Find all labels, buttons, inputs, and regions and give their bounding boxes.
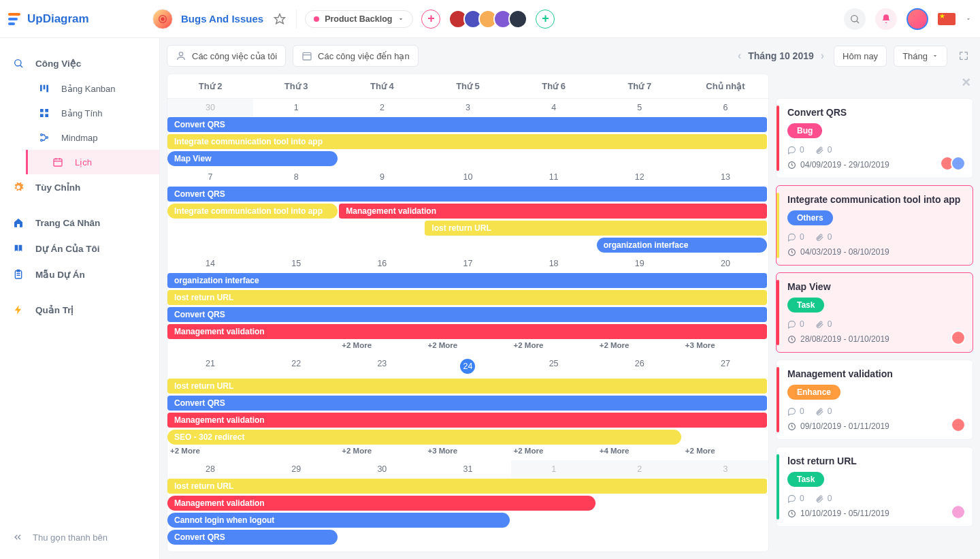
more-events-link[interactable]: +2 More <box>167 447 253 460</box>
calendar-event[interactable]: Map View <box>167 151 338 166</box>
day-cell[interactable]: 1 <box>511 460 597 478</box>
star-button[interactable] <box>272 11 288 27</box>
calendar-event[interactable]: Convert QRS <box>167 396 767 411</box>
day-cell[interactable]: 23 <box>339 355 425 378</box>
filter-due-tasks[interactable]: Các công việc đến hạn <box>293 45 419 67</box>
assignee-avatar[interactable] <box>951 417 966 432</box>
calendar-event[interactable]: Convert QRS <box>167 187 767 202</box>
day-cell[interactable]: 18 <box>511 255 597 272</box>
day-cell[interactable]: 25 <box>511 355 597 378</box>
calendar-event[interactable]: Management validation <box>167 413 767 428</box>
day-cell[interactable]: 14 <box>167 255 253 272</box>
avatar[interactable] <box>508 10 527 29</box>
day-cell[interactable]: 29 <box>253 460 339 478</box>
more-events-link[interactable]: +2 More <box>425 341 510 355</box>
more-events-link[interactable]: +2 More <box>339 447 425 460</box>
day-cell[interactable]: 15 <box>253 255 339 272</box>
day-cell[interactable]: 2 <box>339 99 425 116</box>
day-cell[interactable]: 8 <box>253 168 339 186</box>
calendar-event[interactable]: lost return URL <box>167 379 767 394</box>
task-card[interactable]: lost return URL Task 0 0 10/10/2019 - 05… <box>776 447 973 527</box>
more-events-link[interactable]: +2 More <box>511 447 597 460</box>
calendar-event[interactable]: Integrate communication tool into app <box>167 134 767 149</box>
calendar-event[interactable]: Management validation <box>167 324 767 339</box>
user-avatar[interactable] <box>906 8 928 30</box>
calendar-event[interactable]: lost return URL <box>167 479 767 494</box>
sidebar-item-work[interactable]: Công Việc <box>0 50 159 76</box>
day-cell[interactable]: 20 <box>683 255 768 272</box>
day-cell[interactable]: 26 <box>597 355 683 378</box>
view-dropdown[interactable]: Tháng <box>894 46 947 67</box>
day-cell[interactable]: 4 <box>511 99 597 116</box>
day-cell[interactable]: 28 <box>167 460 253 478</box>
sidebar-item-admin[interactable]: Quản Trị <box>0 297 159 323</box>
day-cell[interactable]: 30 <box>167 99 253 116</box>
assignee-avatar[interactable] <box>951 156 966 171</box>
calendar-event[interactable]: lost return URL <box>425 221 767 236</box>
more-events-link[interactable]: +2 More <box>597 341 683 355</box>
calendar-event[interactable]: Convert QRS <box>167 307 767 322</box>
expand-button[interactable] <box>954 50 973 61</box>
prev-month-button[interactable]: ‹ <box>735 50 744 62</box>
language-flag[interactable] <box>938 13 956 25</box>
next-month-button[interactable]: › <box>818 50 827 62</box>
more-events-link[interactable]: +4 More <box>597 447 683 460</box>
calendar-event[interactable]: Management validation <box>339 204 767 219</box>
day-cell[interactable]: 3 <box>425 99 510 116</box>
more-events-link[interactable]: +2 More <box>683 447 768 460</box>
calendar-event[interactable]: SEO - 302 redirect <box>167 430 681 445</box>
day-cell[interactable]: 9 <box>339 168 425 186</box>
day-cell[interactable]: 30 <box>339 460 425 478</box>
calendar-event[interactable]: organization interface <box>597 238 767 253</box>
sidebar-item-mindmap[interactable]: Mindmap <box>26 125 159 150</box>
more-events-link[interactable]: +2 More <box>511 341 597 355</box>
member-avatars[interactable] <box>448 10 527 29</box>
calendar-event[interactable]: organization interface <box>167 273 767 288</box>
today-button[interactable]: Hôm nay <box>834 46 887 67</box>
calendar-event[interactable]: lost return URL <box>167 290 767 305</box>
day-cell[interactable]: 1 <box>253 99 339 116</box>
day-cell[interactable]: 10 <box>425 168 510 186</box>
day-cell[interactable]: 2 <box>597 460 683 478</box>
search-button[interactable] <box>844 8 866 30</box>
sidebar-item-customize[interactable]: Tùy Chỉnh <box>0 174 159 200</box>
task-card[interactable]: Convert QRS Bug 0 0 04/09/2019 - 29/10/2… <box>776 98 973 178</box>
day-cell[interactable]: 16 <box>339 255 425 272</box>
day-cell[interactable]: 11 <box>511 168 597 186</box>
day-cell[interactable]: 13 <box>683 168 768 186</box>
calendar-event[interactable]: Integrate communication tool into app <box>167 204 338 219</box>
calendar-event[interactable]: Convert QRS <box>167 530 338 545</box>
sidebar-item-templates[interactable]: Mẫu Dự Án <box>0 261 159 287</box>
add-backlog-button[interactable]: + <box>421 10 440 29</box>
day-cell[interactable]: 17 <box>425 255 510 272</box>
backlog-dropdown[interactable]: Product Backlog <box>305 10 413 28</box>
day-cell[interactable]: 19 <box>597 255 683 272</box>
more-events-link[interactable]: +3 More <box>683 341 768 355</box>
sidebar-collapse[interactable]: Thu gọn thanh bên <box>0 522 159 552</box>
more-events-link[interactable]: +3 More <box>425 447 510 460</box>
day-cell[interactable]: 3 <box>683 460 768 478</box>
filter-my-tasks[interactable]: Các công việc của tôi <box>167 45 286 67</box>
day-cell[interactable]: 6 <box>683 99 768 116</box>
sidebar-item-calendar[interactable]: Lịch <box>26 150 159 174</box>
day-cell[interactable]: 31 <box>425 460 510 478</box>
day-cell[interactable]: 22 <box>253 355 339 378</box>
project-icon[interactable] <box>152 9 173 29</box>
sidebar-item-home[interactable]: Trang Cá Nhân <box>0 210 159 236</box>
sidebar-item-kanban[interactable]: Bảng Kanban <box>26 76 159 101</box>
day-cell[interactable]: 5 <box>597 99 683 116</box>
close-panel-button[interactable]: × <box>776 74 973 91</box>
task-card[interactable]: Integrate communication tool into app Ot… <box>776 185 973 266</box>
day-cell[interactable]: 12 <box>597 168 683 186</box>
day-cell[interactable]: 7 <box>167 168 253 186</box>
task-card[interactable]: Map View Task 0 0 28/08/2019 - 01/10/201… <box>776 272 973 353</box>
task-card[interactable]: Management validation Enhance 0 0 09/10/… <box>776 360 973 440</box>
project-name[interactable]: Bugs And Issues <box>181 13 263 25</box>
chevron-down-icon[interactable] <box>965 16 972 22</box>
day-cell[interactable]: 21 <box>167 355 253 378</box>
assignee-avatar[interactable] <box>951 505 966 520</box>
assignee-avatar[interactable] <box>951 330 966 345</box>
add-member-button[interactable]: + <box>536 10 555 29</box>
logo[interactable]: UpDiagram <box>8 12 144 26</box>
calendar-event[interactable]: Management validation <box>167 496 595 511</box>
